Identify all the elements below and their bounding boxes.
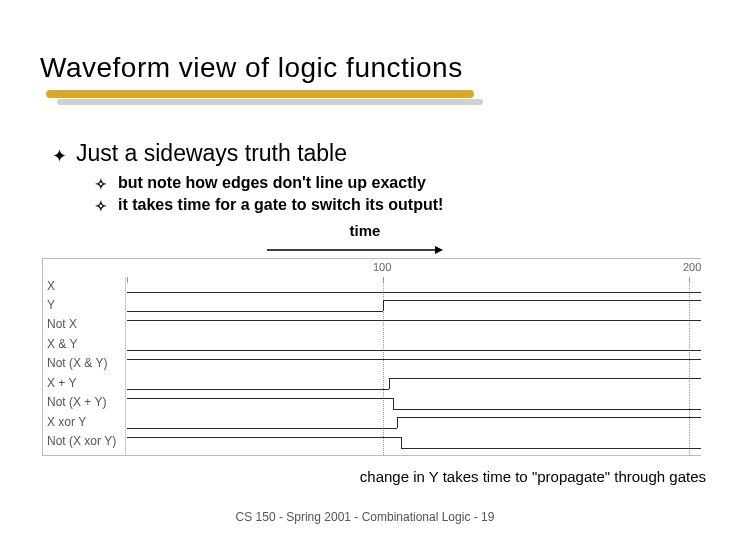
row-label: X + Y bbox=[47, 376, 76, 390]
time-arrow-icon bbox=[265, 244, 445, 256]
bullet-sub1-text: but note how edges don't line up exactly bbox=[118, 174, 426, 192]
svg-marker-3 bbox=[435, 246, 443, 254]
row-label: Not X bbox=[47, 317, 77, 331]
tick-100-label: 100 bbox=[373, 261, 391, 273]
table-row: X + Y bbox=[43, 374, 701, 392]
table-row: X bbox=[43, 277, 701, 295]
table-row: Y bbox=[43, 296, 701, 314]
bullet-main-text: Just a sideways truth table bbox=[76, 140, 347, 167]
bullet-icon: ✧ bbox=[92, 198, 110, 214]
caption: change in Y takes time to "propagate" th… bbox=[360, 468, 706, 485]
bullet-sub-1: ✧ but note how edges don't line up exact… bbox=[92, 174, 426, 192]
table-row: Not (X + Y) bbox=[43, 393, 701, 411]
table-row: Not (X & Y) bbox=[43, 354, 701, 372]
bullet-sub-2: ✧ it takes time for a gate to switch its… bbox=[92, 196, 443, 214]
waveform-diagram: 100 200 bbox=[42, 258, 701, 456]
table-row: X xor Y bbox=[43, 413, 701, 431]
bullet-icon: ✧ bbox=[92, 176, 110, 192]
row-label: Y bbox=[47, 298, 55, 312]
bullet-icon: ✦ bbox=[50, 145, 68, 167]
table-row: Not (X xor Y) bbox=[43, 432, 701, 450]
table-row: Not X bbox=[43, 315, 701, 333]
bullet-main: ✦ Just a sideways truth table bbox=[50, 140, 347, 167]
row-label: Not (X + Y) bbox=[47, 395, 106, 409]
title-underline-shadow bbox=[50, 90, 480, 104]
row-label: X & Y bbox=[47, 337, 77, 351]
tick-200-label: 200 bbox=[683, 261, 701, 273]
row-label: Not (X xor Y) bbox=[47, 434, 116, 448]
time-label: time bbox=[0, 222, 730, 239]
row-label: X xor Y bbox=[47, 415, 86, 429]
table-row: X & Y bbox=[43, 335, 701, 353]
slide-footer: CS 150 - Spring 2001 - Combinational Log… bbox=[0, 510, 730, 524]
row-label: X bbox=[47, 279, 55, 293]
slide: Waveform view of logic functions ✦ Just … bbox=[0, 0, 730, 547]
slide-title: Waveform view of logic functions bbox=[40, 52, 463, 84]
row-label: Not (X & Y) bbox=[47, 356, 107, 370]
bullet-sub2-text: it takes time for a gate to switch its o… bbox=[118, 196, 443, 214]
